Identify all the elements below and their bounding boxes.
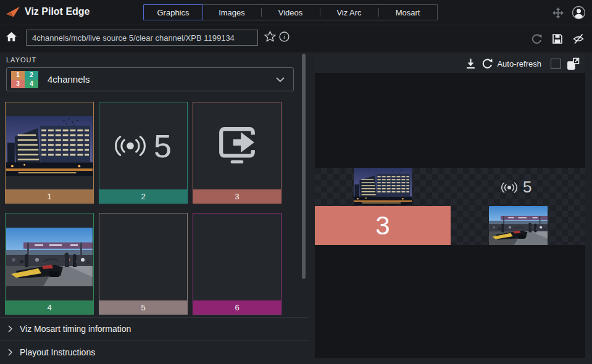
live-source-number: 5 — [154, 130, 172, 162]
channel-number-badge: 5 — [99, 300, 187, 314]
favorite-star-icon[interactable] — [264, 31, 276, 42]
chevron-right-icon — [8, 349, 13, 356]
chevron-right-icon — [8, 325, 13, 333]
preview-snapshot: 5 3 — [315, 73, 585, 358]
racecar-thumbnail — [6, 228, 93, 286]
left-panel-scrollbar[interactable] — [302, 54, 306, 279]
preview-live-source-number: 5 — [523, 178, 532, 197]
open-preview-popout-icon[interactable] — [567, 57, 580, 70]
channel-tile-3-clear-channel[interactable]: 3 — [193, 102, 281, 204]
refresh-icon[interactable] — [531, 33, 543, 45]
move-pan-icon[interactable] — [552, 7, 564, 19]
channel-tile-6-empty[interactable]: 6 — [193, 213, 281, 315]
layout-grid-icon: 1 2 3 4 — [11, 71, 38, 88]
channel-tiles: 1 5 2 3 4 5 — [5, 102, 281, 315]
preview-racecar-image — [489, 206, 548, 245]
tab-images[interactable]: Images — [202, 5, 261, 20]
refresh-preview-icon[interactable] — [482, 58, 493, 70]
grid-cell-4: 4 — [25, 80, 38, 88]
preview-city-image — [354, 168, 412, 205]
channel-number-badge: 6 — [193, 300, 281, 314]
tab-videos[interactable]: Videos — [261, 5, 320, 20]
grid-cell-2: 2 — [25, 71, 38, 80]
layout-selected-value: 4channels — [48, 74, 90, 85]
main-tabs: Graphics Images Videos Viz Arc Mosart — [143, 4, 438, 20]
save-icon[interactable] — [552, 33, 563, 44]
channel-number-badge: 4 — [6, 300, 93, 314]
user-avatar-icon[interactable] — [572, 6, 586, 20]
preview-channel-3-bar: 3 — [315, 206, 451, 245]
viz-logo-icon — [6, 6, 20, 19]
svg-text:i: i — [283, 33, 285, 40]
home-icon[interactable] — [6, 32, 17, 42]
preview-toolbar: Auto-refresh — [315, 54, 585, 73]
city-buildings-thumbnail — [6, 116, 93, 176]
tab-mosart[interactable]: Mosart — [378, 5, 437, 20]
live-source-icon — [501, 182, 517, 193]
channel-number-badge: 2 — [99, 189, 187, 203]
grid-cell-3: 3 — [11, 80, 25, 88]
section-label: Playout Instructions — [20, 347, 95, 357]
preview-live-source-overlay: 5 — [501, 178, 532, 197]
auto-refresh-checkbox[interactable] — [551, 59, 561, 69]
template-path-bar: i — [0, 25, 592, 52]
auto-refresh-label: Auto-refresh — [497, 59, 541, 68]
channel-tile-4-racecar-image[interactable]: 4 — [5, 213, 94, 315]
live-source-icon — [115, 135, 146, 157]
layout-label: LAYOUT — [6, 56, 36, 64]
layout-dropdown[interactable]: 1 2 3 4 4channels — [6, 67, 294, 91]
template-path-input[interactable] — [26, 30, 258, 46]
section-label: Viz Mosart timing information — [20, 324, 131, 334]
tab-viz-arc[interactable]: Viz Arc — [320, 5, 378, 20]
chevron-down-icon — [276, 77, 285, 82]
channel-number-badge: 1 — [6, 189, 93, 203]
channel-tile-5-empty[interactable]: 5 — [99, 213, 188, 315]
section-viz-mosart-timing[interactable]: Viz Mosart timing information — [0, 317, 309, 340]
grid-cell-1: 1 — [11, 71, 25, 80]
preview-hidden-eye-off-icon[interactable] — [572, 33, 585, 45]
header-bar: Viz Pilot Edge Graphics Images Videos Vi… — [0, 0, 592, 25]
section-playout-instructions[interactable]: Playout Instructions — [0, 340, 309, 364]
viz-pilot-edge-window: Viz Pilot Edge Graphics Images Videos Vi… — [0, 0, 592, 364]
download-snapshot-icon[interactable] — [465, 58, 476, 69]
info-icon[interactable]: i — [279, 31, 290, 42]
channel-number-badge: 3 — [193, 189, 281, 203]
tab-graphics[interactable]: Graphics — [143, 4, 203, 20]
clear-channel-icon — [219, 126, 256, 166]
app-title: Viz Pilot Edge — [25, 6, 90, 17]
channel-tile-1-city-image[interactable]: 1 — [5, 102, 94, 204]
channel-tile-2-live-source[interactable]: 5 2 — [99, 102, 188, 204]
